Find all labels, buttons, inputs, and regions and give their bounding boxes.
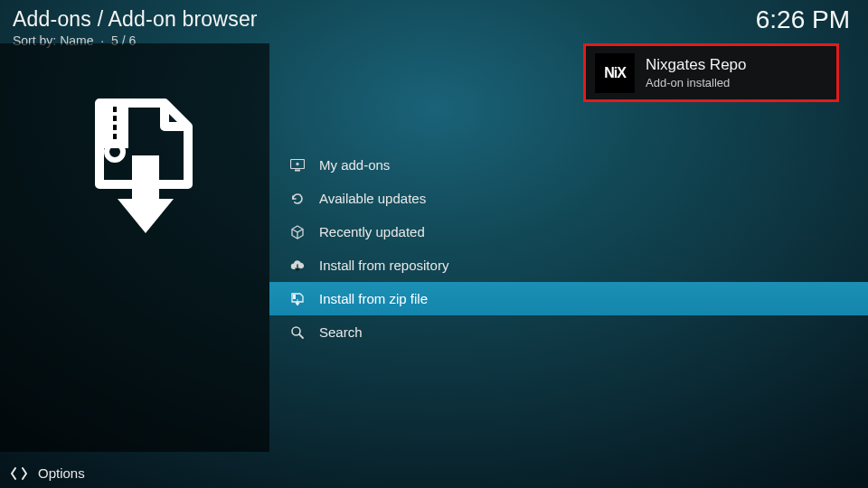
menu-item-label: Recently updated xyxy=(319,224,868,239)
menu-item-label: My add-ons xyxy=(319,157,868,173)
svg-rect-3 xyxy=(113,125,117,130)
addon-logo-text: NiX xyxy=(604,65,626,81)
menu-item-install-from-zip[interactable]: Install from zip file xyxy=(269,282,868,315)
svg-rect-10 xyxy=(293,295,296,299)
install-from-zip-large-icon xyxy=(72,98,199,242)
svg-rect-2 xyxy=(113,116,117,121)
menu-item-label: Install from repository xyxy=(319,258,868,273)
options-label: Options xyxy=(38,465,85,481)
menu-item-label: Install from zip file xyxy=(319,291,868,306)
svg-point-5 xyxy=(107,144,123,160)
header: Add-ons / Add-on browser Sort by: Name ·… xyxy=(13,7,258,48)
menu-item-recently-updated[interactable]: Recently updated xyxy=(269,215,868,249)
addon-logo: NiX xyxy=(595,53,635,93)
svg-rect-8 xyxy=(295,169,300,171)
svg-rect-4 xyxy=(113,134,117,139)
toast-title: Nixgates Repo xyxy=(646,56,747,74)
toast-subtitle: Add-on installed xyxy=(646,76,747,89)
toast-text-block: Nixgates Repo Add-on installed xyxy=(646,56,747,89)
addon-browser-menu: My add-ons Available updates Recently up… xyxy=(269,148,868,349)
refresh-icon xyxy=(288,192,307,206)
options-arrows-icon xyxy=(11,466,27,481)
breadcrumb: Add-ons / Add-on browser xyxy=(13,7,258,32)
screen-icon xyxy=(288,159,307,172)
menu-item-available-updates[interactable]: Available updates xyxy=(269,182,868,215)
svg-rect-1 xyxy=(113,107,117,112)
menu-item-my-addons[interactable]: My add-ons xyxy=(269,148,868,182)
cloud-icon xyxy=(288,259,307,272)
left-panel xyxy=(0,43,269,452)
zip-icon xyxy=(288,292,307,306)
box-icon xyxy=(288,225,307,239)
menu-item-label: Search xyxy=(319,324,868,340)
clock: 6:26 PM xyxy=(756,5,850,34)
notification-toast: NiX Nixgates Repo Add-on installed xyxy=(583,43,839,102)
search-icon xyxy=(288,325,307,340)
svg-rect-6 xyxy=(132,155,159,201)
menu-item-search[interactable]: Search xyxy=(269,315,868,349)
menu-item-install-from-repository[interactable]: Install from repository xyxy=(269,249,868,282)
footer-options[interactable]: Options xyxy=(11,465,85,481)
menu-item-label: Available updates xyxy=(319,191,868,206)
